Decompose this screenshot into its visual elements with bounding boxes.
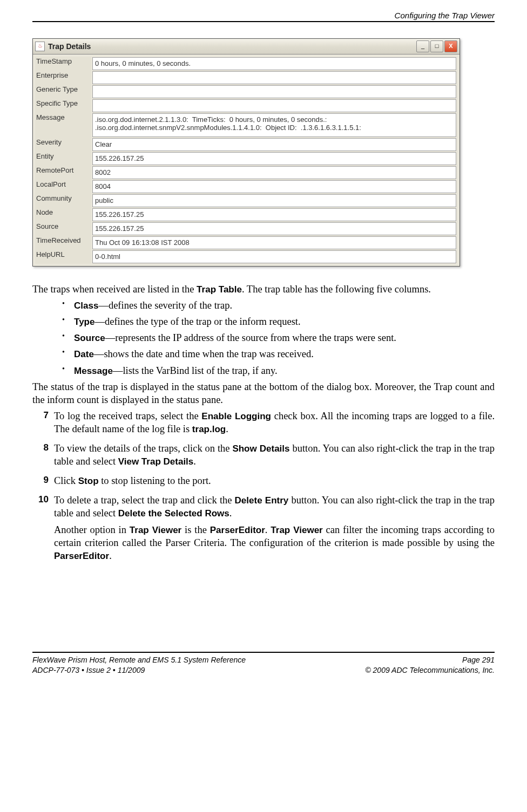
- property-row: Source155.226.157.25: [35, 222, 457, 236]
- footer-page-number: Page 291: [365, 655, 495, 665]
- property-label: HelpURL: [35, 250, 91, 264]
- column-bullet: Type—defines the type of the trap or the…: [62, 315, 495, 328]
- parser-editor-label: ParserEditor: [210, 525, 265, 535]
- traplog-label: trap.log: [192, 424, 226, 434]
- trap-viewer-label: Trap Viewer: [130, 525, 181, 535]
- property-label: Specific Type: [35, 99, 91, 113]
- show-details-label: Show Details: [232, 443, 289, 454]
- property-row: Entity155.226.157.25: [35, 152, 457, 166]
- bullet-desc: —lists the VarBind list of the trap, if …: [113, 365, 278, 376]
- property-row: Generic Type: [35, 85, 457, 99]
- step-num: 7: [32, 410, 54, 439]
- property-row: Specific Type: [35, 99, 457, 113]
- property-row: HelpURL0-0.html: [35, 250, 457, 264]
- property-label: Source: [35, 222, 91, 236]
- section-title: Configuring the Trap Viewer: [395, 11, 495, 20]
- property-label: RemotePort: [35, 166, 91, 180]
- page-footer: FlexWave Prism Host, Remote and EMS 5.1 …: [32, 652, 495, 675]
- step-text: To view the details of the traps, click …: [54, 443, 232, 454]
- property-value-field[interactable]: Clear: [92, 138, 456, 151]
- footer-title: FlexWave Prism Host, Remote and EMS 5.1 …: [32, 655, 246, 665]
- bullet-term: Type: [74, 317, 94, 327]
- footer-copyright: © 2009 ADC Telecommunications, Inc.: [365, 665, 495, 675]
- bullet-term: Source: [74, 333, 105, 343]
- property-value-field[interactable]: [92, 71, 456, 84]
- property-value-field[interactable]: 8002: [92, 166, 456, 179]
- column-bullet: Class—defines the severity of the trap.: [62, 299, 495, 312]
- dialog-body: TimeStamp0 hours, 0 minutes, 0 seconds.E…: [33, 54, 460, 266]
- property-value-field[interactable]: 0 hours, 0 minutes, 0 seconds.: [92, 57, 456, 70]
- enable-logging-label: Enable Logging: [201, 411, 271, 421]
- property-row: Message.iso.org.dod.internet.2.1.1.3.0: …: [35, 113, 457, 138]
- property-label: Generic Type: [35, 85, 91, 99]
- step-8: 8 To view the details of the traps, clic…: [32, 442, 495, 471]
- intro-text: The traps when received are listed in th…: [32, 284, 197, 295]
- property-row: LocalPort8004: [35, 180, 457, 194]
- property-row: SeverityClear: [35, 138, 457, 152]
- dialog-title: Trap Details: [48, 42, 416, 51]
- maximize-button[interactable]: □: [430, 40, 443, 52]
- titlebar[interactable]: ♨ Trap Details _ □ X: [33, 39, 460, 54]
- step-text: .: [193, 456, 196, 467]
- minimize-button[interactable]: _: [416, 40, 429, 52]
- column-bullet: Date—shows the date and time when the tr…: [62, 347, 495, 360]
- bullet-desc: —defines the severity of the trap.: [98, 300, 232, 311]
- property-row: Node155.226.157.25: [35, 208, 457, 222]
- property-value-field[interactable]: public: [92, 194, 456, 207]
- step-text: Another option in: [54, 524, 130, 535]
- step-7: 7 To log the received traps, select the …: [32, 410, 495, 439]
- delete-selected-rows-label: Delete the Selected Rows: [118, 508, 229, 518]
- property-value-field[interactable]: 155.226.157.25: [92, 208, 456, 221]
- bullet-desc: —shows the date and time when the trap w…: [94, 349, 314, 359]
- column-bullet: Message—lists the VarBind list of the tr…: [62, 364, 495, 377]
- view-trap-details-label: View Trap Details: [118, 456, 194, 467]
- bullet-term: Date: [74, 349, 94, 359]
- property-value-field[interactable]: [92, 99, 456, 112]
- java-icon: ♨: [35, 42, 45, 51]
- property-value-field[interactable]: 8004: [92, 180, 456, 193]
- body-text: The traps when received are listed in th…: [32, 283, 495, 565]
- property-value-field[interactable]: .iso.org.dod.internet.2.1.1.3.0: TimeTic…: [92, 113, 456, 137]
- footer-doc-info: ADCP-77-073 • Issue 2 • 11/2009: [32, 665, 246, 675]
- bullet-term: Class: [74, 301, 98, 311]
- step-text: .: [226, 424, 228, 434]
- property-value-field[interactable]: [92, 85, 456, 98]
- properties-table: TimeStamp0 hours, 0 minutes, 0 seconds.E…: [35, 57, 457, 264]
- step-text: .: [109, 550, 112, 561]
- property-row: Communitypublic: [35, 194, 457, 208]
- property-label: Message: [35, 113, 91, 138]
- close-button[interactable]: X: [444, 40, 457, 52]
- step-text: To log the received traps, select the: [54, 411, 201, 421]
- step-text: To delete a trap, select the trap and cl…: [54, 495, 235, 506]
- property-row: TimeStamp0 hours, 0 minutes, 0 seconds.: [35, 57, 457, 71]
- property-row: TimeReceivedThu Oct 09 16:13:08 IST 2008: [35, 236, 457, 250]
- columns-list: Class—defines the severity of the trap.T…: [62, 299, 495, 377]
- bullet-desc: —represents the IP address of the source…: [105, 332, 396, 343]
- property-row: Enterprise: [35, 71, 457, 85]
- bullet-term: Message: [74, 366, 113, 376]
- step-num: 9: [32, 474, 54, 490]
- column-bullet: Source—represents the IP address of the …: [62, 331, 495, 344]
- delete-entry-label: Delete Entry: [235, 495, 289, 506]
- step-num: 8: [32, 442, 54, 471]
- trap-table-label: Trap Table: [197, 284, 242, 295]
- property-label: Entity: [35, 152, 91, 166]
- step-10: 10 To delete a trap, select the trap and…: [32, 494, 495, 565]
- property-label: Community: [35, 194, 91, 208]
- property-value-field[interactable]: 155.226.157.25: [92, 222, 456, 235]
- intro-text-2: . The trap table has the following five …: [242, 284, 431, 295]
- step-text: Click: [54, 475, 78, 486]
- step-text: is the: [181, 524, 210, 535]
- property-label: Enterprise: [35, 71, 91, 85]
- step-text: .: [265, 524, 271, 535]
- property-value-field[interactable]: Thu Oct 09 16:13:08 IST 2008: [92, 236, 456, 249]
- property-value-field[interactable]: 155.226.157.25: [92, 152, 456, 165]
- property-label: TimeReceived: [35, 236, 91, 250]
- step-text: to stop listening to the port.: [99, 475, 211, 486]
- property-value-field[interactable]: 0-0.html: [92, 250, 456, 263]
- bullet-desc: —defines the type of the trap or the inf…: [94, 316, 300, 327]
- property-label: LocalPort: [35, 180, 91, 194]
- property-row: RemotePort8002: [35, 166, 457, 180]
- property-label: Node: [35, 208, 91, 222]
- trap-details-dialog: ♨ Trap Details _ □ X TimeStamp0 hours, 0…: [32, 38, 460, 267]
